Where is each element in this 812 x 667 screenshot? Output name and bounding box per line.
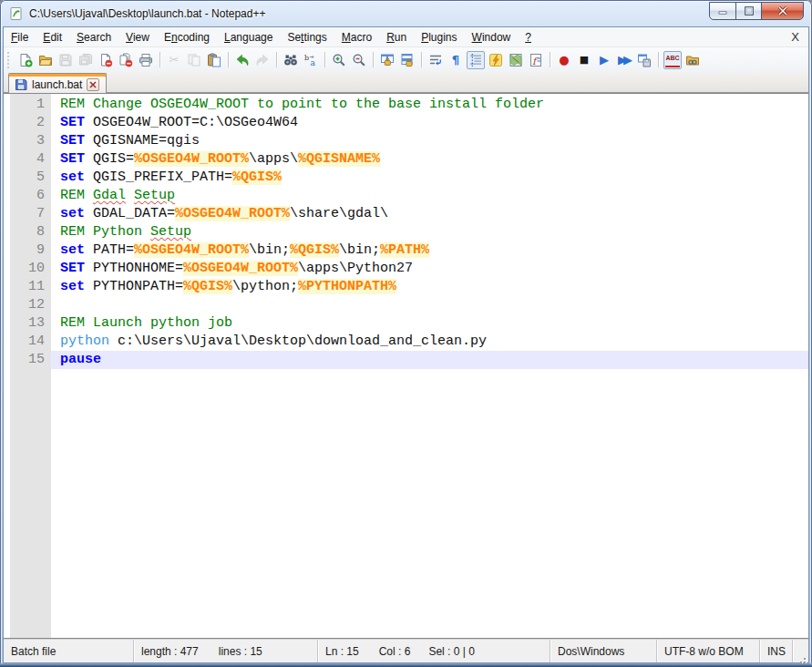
notepadpp-app-icon — [9, 6, 24, 21]
macro-save-icon[interactable] — [635, 51, 653, 69]
code-text: set GDAL_DATA=%OSGEO4W_ROOT%\share\gdal\ — [51, 205, 808, 223]
menu-edit[interactable]: Edit — [36, 29, 69, 46]
tab-bar: launch.bat — [4, 72, 808, 93]
menu-help[interactable]: ? — [518, 29, 539, 46]
close-file-icon[interactable] — [97, 51, 115, 69]
code-line-13[interactable]: 13REM Launch python job — [4, 314, 808, 333]
code-line-14[interactable]: 14python c:\Users\Ujaval\Desktop\downloa… — [4, 333, 808, 351]
title-bar[interactable]: C:\Users\Ujaval\Desktop\launch.bat - Not… — [0, 0, 812, 26]
line-number: 9 — [4, 241, 51, 260]
code-line-15[interactable]: 15pause — [4, 351, 808, 369]
menu-macro[interactable]: Macro — [334, 29, 379, 46]
code-line-10[interactable]: 10SET PYTHONHOME=%OSGEO4W_ROOT%\apps\Pyt… — [4, 260, 808, 278]
spell-check-icon[interactable]: ABC — [663, 51, 682, 69]
code-line-11[interactable]: 11set PYTHONPATH=%QGIS%\python;%PYTHONPA… — [4, 278, 808, 296]
line-number: 15 — [4, 351, 51, 369]
print-icon[interactable] — [137, 51, 155, 69]
menubar: FileEditSearchViewEncodingLanguageSettin… — [4, 27, 808, 47]
code-line-2[interactable]: 2SET OSGEO4W_ROOT=C:\OSGeo4W64 — [4, 114, 808, 132]
toolbar-separator — [550, 52, 550, 67]
menu-view[interactable]: View — [118, 29, 157, 46]
zoom-out-icon[interactable] — [350, 51, 368, 69]
close-document-x-button[interactable]: X — [791, 30, 799, 44]
macro-run-multiple-icon[interactable]: ▶▶ — [615, 51, 633, 69]
code-line-3[interactable]: 3SET QGISNAME=qgis — [4, 132, 808, 150]
editor-area[interactable]: 1REM Change OSGEO4W_ROOT to point to the… — [4, 93, 808, 639]
window-bottom-border — [0, 663, 812, 667]
show-indent-guide-icon[interactable] — [467, 51, 485, 69]
replace-icon[interactable]: ba — [302, 51, 320, 69]
macro-record-icon[interactable]: ● — [555, 51, 573, 69]
toolbar-separator — [228, 52, 229, 67]
status-encoding[interactable]: UTF-8 w/o BOM — [657, 640, 760, 662]
code-text: python c:\Users\Ujaval\Desktop\download_… — [51, 333, 808, 351]
toolbar-separator — [373, 52, 374, 67]
code-text: SET PYTHONHOME=%OSGEO4W_ROOT%\apps\Pytho… — [51, 260, 808, 278]
sync-vertical-scroll-icon[interactable] — [378, 51, 396, 69]
paste-icon[interactable] — [205, 51, 223, 69]
close-button[interactable] — [761, 2, 804, 20]
status-bar: Batch file length : 477 lines : 15 Ln : … — [4, 639, 808, 662]
save-all-icon — [77, 51, 95, 69]
code-line-4[interactable]: 4SET QGIS=%OSGEO4W_ROOT%\apps\%QGISNAME% — [4, 150, 808, 169]
close-all-files-icon[interactable] — [117, 51, 135, 69]
menu-file[interactable]: File — [4, 29, 36, 46]
code-text: REM Gdal Setup — [51, 187, 808, 205]
line-number: 14 — [4, 333, 51, 351]
menu-language[interactable]: Language — [217, 29, 280, 46]
user-defined-language-icon[interactable] — [487, 51, 505, 69]
menu-encoding[interactable]: Encoding — [157, 29, 217, 46]
tab-close-button[interactable] — [87, 78, 99, 91]
new-file-icon[interactable] — [16, 51, 35, 69]
length-label: length : 477 — [141, 645, 199, 658]
line-number: 8 — [4, 223, 51, 241]
code-line-8[interactable]: 8REM Python Setup — [4, 223, 808, 241]
line-number: 1 — [4, 96, 51, 114]
function-list-icon[interactable]: f — [527, 51, 545, 69]
undo-icon[interactable] — [233, 51, 252, 69]
menu-search[interactable]: Search — [69, 29, 118, 46]
code-line-1[interactable]: 1REM Change OSGEO4W_ROOT to point to the… — [4, 96, 808, 114]
resize-grip[interactable] — [804, 658, 806, 660]
show-all-characters-icon[interactable]: ¶ — [447, 51, 465, 69]
minimize-button[interactable] — [709, 2, 736, 20]
document-map-icon[interactable] — [507, 51, 525, 69]
sync-horizontal-scroll-icon[interactable] — [398, 51, 416, 69]
status-doc-type: Batch file — [4, 640, 134, 662]
save-icon — [57, 51, 75, 69]
word-wrap-icon[interactable] — [427, 51, 445, 69]
status-insert-mode[interactable]: INS — [760, 640, 793, 662]
toolbar-grip[interactable] — [7, 52, 11, 68]
status-eol-format[interactable]: Dos\Windows — [550, 640, 657, 662]
code-line-6[interactable]: 6REM Gdal Setup — [4, 187, 808, 205]
cut-icon: ✂ — [165, 51, 183, 69]
menu-window[interactable]: Window — [465, 29, 519, 46]
menu-run[interactable]: Run — [379, 29, 414, 46]
tab-launch-bat[interactable]: launch.bat — [8, 73, 107, 93]
status-cursor-position: Ln : 15 Col : 6 Sel : 0 | 0 — [318, 640, 550, 662]
macro-stop-icon[interactable]: ■ — [575, 51, 593, 69]
line-number: 10 — [4, 260, 51, 278]
toolbar: ✂ba¶f●■▶▶▶ABC — [4, 47, 808, 72]
line-number: 5 — [4, 169, 51, 187]
code-line-7[interactable]: 7set GDAL_DATA=%OSGEO4W_ROOT%\share\gdal… — [4, 205, 808, 223]
toolbar-separator — [159, 52, 160, 67]
code-line-12[interactable]: 12 — [4, 296, 808, 314]
macro-play-icon[interactable]: ▶ — [595, 51, 613, 69]
code-text: set PYTHONPATH=%QGIS%\python;%PYTHONPATH… — [51, 278, 808, 296]
folder-as-workspace-icon[interactable] — [684, 51, 702, 69]
code-line-9[interactable]: 9set PATH=%OSGEO4W_ROOT%\bin;%QGIS%\bin;… — [4, 241, 808, 260]
redo-icon — [253, 51, 272, 69]
line-number: 13 — [4, 314, 51, 333]
maximize-button[interactable] — [735, 2, 762, 20]
zoom-in-icon[interactable] — [330, 51, 348, 69]
insert-mode-label: INS — [767, 645, 786, 658]
menubar-items: FileEditSearchViewEncodingLanguageSettin… — [4, 29, 539, 46]
menu-settings[interactable]: Settings — [280, 29, 334, 46]
code-text: SET OSGEO4W_ROOT=C:\OSGeo4W64 — [51, 114, 808, 132]
open-file-icon[interactable] — [36, 51, 55, 69]
code-text: set PATH=%OSGEO4W_ROOT%\bin;%QGIS%\bin;%… — [51, 241, 808, 260]
find-icon[interactable] — [282, 51, 300, 69]
menu-plugins[interactable]: Plugins — [414, 29, 464, 46]
code-line-5[interactable]: 5set QGIS_PREFIX_PATH=%QGIS% — [4, 169, 808, 187]
